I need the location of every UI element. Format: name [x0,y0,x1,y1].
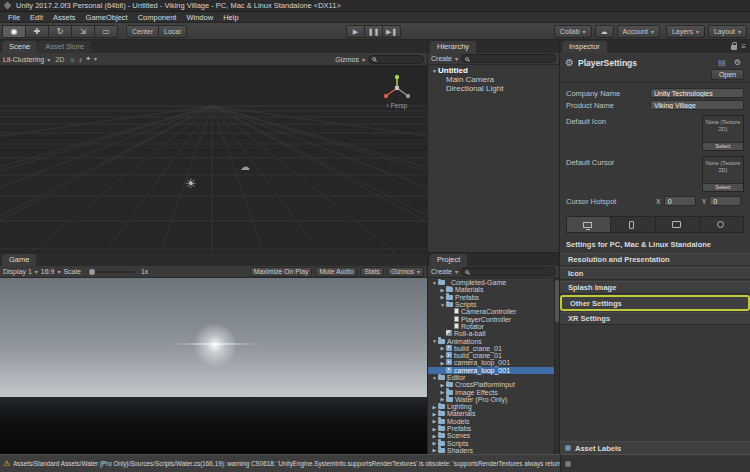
foldout-arrow-icon[interactable]: ▶ [439,287,446,293]
aspect-ratio-dropdown[interactable]: 16:9 [41,268,61,275]
layers-dropdown[interactable]: Layers [666,25,705,38]
foldout-arrow-icon[interactable]: ▶ [439,353,446,359]
project-scrollbar-thumb[interactable] [555,280,559,322]
transform-tool-button[interactable]: ◉ [2,25,26,38]
hierarchy-search-input[interactable] [461,54,556,63]
default-icon-thumbnail[interactable]: None (Texture 2D) Select [702,115,744,151]
scene-search-input[interactable] [368,55,424,64]
menu-item[interactable]: GameObject [81,13,133,22]
project-item[interactable]: ▶ Shaders [428,447,559,454]
transform-tool-button[interactable]: ⇲ [71,25,95,38]
menu-item[interactable]: Help [218,13,243,22]
settings-gear-icon[interactable]: ⚙ [734,58,741,67]
foldout-arrow-icon[interactable]: ▶ [439,360,446,366]
step-button[interactable]: ▶❚ [382,25,401,38]
project-item[interactable]: PlayerController [428,315,559,322]
inspector-tab[interactable]: Inspector [562,41,607,53]
project-item[interactable]: ▶ Scripts [428,440,559,447]
inspector-menu-icon[interactable]: ≡ [741,42,746,51]
menu-item[interactable]: Window [181,13,218,22]
project-item[interactable]: ▶ Lighting [428,403,559,410]
default-cursor-thumbnail[interactable]: None (Texture 2D) Select [702,156,744,192]
scale-slider-knob[interactable] [89,269,95,275]
hierarchy-tab[interactable]: Hierarchy [430,41,476,53]
stats-button[interactable]: Stats [360,267,384,277]
foldout-arrow-icon[interactable]: ▼ [431,338,438,344]
foldout-arrow-icon[interactable]: ▶ [431,440,438,446]
game-tab[interactable]: Game [2,254,36,266]
default-icon-select-button[interactable]: Select [703,142,743,150]
scene-orientation-gizmo[interactable]: Persp [379,72,415,109]
foldout-arrow-icon[interactable]: ▼ [431,280,438,286]
project-scrollbar[interactable] [554,278,559,454]
platform-tab[interactable] [700,217,743,232]
platform-tab[interactable] [656,217,700,232]
settings-section-header[interactable]: Other Settings [560,295,750,311]
foldout-arrow-icon[interactable]: ▼ [431,375,438,381]
platform-tab[interactable] [611,217,655,232]
asset-labels-bar[interactable]: Asset Labels [560,441,750,454]
settings-section-header[interactable]: Splash Image [560,281,750,294]
hierarchy-item[interactable]: Main Camera [428,75,559,84]
project-item[interactable]: ▶ Water (Pro Only) [428,396,559,403]
foldout-arrow-icon[interactable]: ▶ [431,404,438,410]
help-icon[interactable]: ▤ [718,58,726,67]
play-button[interactable]: ▶ [346,25,365,38]
pivot-toggle-button[interactable]: Center [126,25,159,38]
persp-label[interactable]: Persp [379,102,415,109]
project-item[interactable]: ▼ Animations [428,337,559,344]
hierarchy-create-dropdown[interactable]: Create [431,55,458,62]
hierarchy-item[interactable]: Directional Light [428,84,559,93]
hotspot-x-input[interactable]: 0 [664,196,696,206]
hotspot-y-input[interactable]: 0 [709,196,741,206]
default-cursor-select-button[interactable]: Select [703,183,743,191]
scene-tab[interactable]: Asset Store [38,41,91,53]
game-gizmos-dropdown[interactable]: Gizmos [387,267,424,277]
foldout-arrow-icon[interactable]: ▶ [439,382,446,388]
project-tab[interactable]: Project [430,254,467,266]
project-item[interactable]: ▶ camera_loop_001 [428,359,559,366]
status-bar[interactable]: ⚠ Assets/Standard Assets/Water (Pro Only… [0,454,560,472]
scene-lighting-toggle-icon[interactable]: ☼ [69,56,75,63]
inspector-lock-icon[interactable] [731,45,737,50]
foldout-arrow-icon[interactable]: ▶ [439,294,446,300]
mute-audio-button[interactable]: Mute Audio [315,267,357,277]
shading-mode-dropdown[interactable]: Lit-Clustering [3,56,50,63]
account-dropdown[interactable]: Account [617,25,660,38]
directional-light-gizmo[interactable]: ☀ [185,176,197,191]
display-dropdown[interactable]: Display 1 [3,268,38,275]
foldout-arrow-icon[interactable]: ▼ [439,302,446,308]
project-search-input[interactable] [461,267,556,276]
project-item[interactable]: Roll-a-ball [428,330,559,337]
foldout-arrow-icon[interactable]: ▶ [431,447,438,453]
scene-gizmos-dropdown[interactable]: Gizmos [335,56,365,63]
project-item[interactable]: ▶ Scenes [428,432,559,439]
menu-item[interactable]: Edit [25,13,48,22]
scene-audio-toggle-icon[interactable]: ♪ [79,56,83,63]
menu-item[interactable]: Assets [48,13,81,22]
project-create-dropdown[interactable]: Create [431,268,458,275]
transform-tool-button[interactable]: ↻ [48,25,72,38]
field-input[interactable]: Unity Technologies [650,88,744,98]
menu-item[interactable]: Component [133,13,182,22]
project-item[interactable]: ▶ build_crane_01 [428,352,559,359]
project-item[interactable]: ▶ Prefabs [428,294,559,301]
collab-dropdown[interactable]: Collab [554,25,592,38]
layout-dropdown[interactable]: Layout [708,25,747,38]
transform-tool-button[interactable]: ✚ [25,25,49,38]
scene-effects-dropdown-icon[interactable]: ✦ [85,55,97,63]
project-item[interactable]: ▶ Models [428,418,559,425]
foldout-arrow-icon[interactable]: ▶ [431,418,438,424]
scene-tab[interactable]: Scene [2,41,37,53]
space-toggle-button[interactable]: Local [158,25,187,38]
project-item[interactable]: ▶ Prefabs [428,425,559,432]
game-viewport[interactable] [0,278,427,454]
foldout-arrow-icon[interactable]: ▶ [431,411,438,417]
settings-section-header[interactable]: Resolution and Presentation [560,253,750,266]
foldout-arrow-icon[interactable]: ▼ [431,68,438,74]
transform-tool-button[interactable]: ▭ [94,25,118,38]
maximize-on-play-button[interactable]: Maximize On Play [250,267,313,277]
menu-item[interactable]: File [3,13,25,22]
foldout-arrow-icon[interactable]: ▶ [439,345,446,351]
field-input[interactable]: Viking Village [650,100,744,110]
